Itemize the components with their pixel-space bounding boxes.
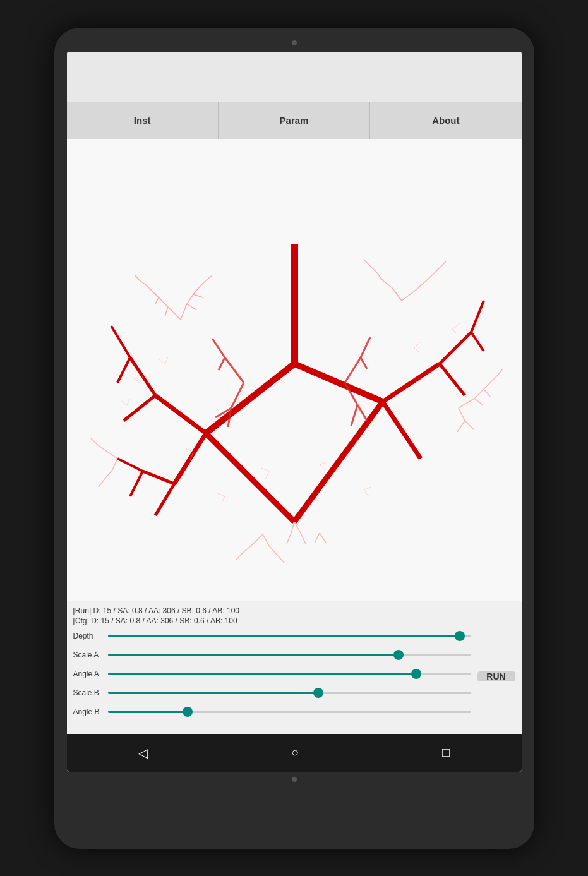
slider-fill-0 [108, 635, 460, 637]
slider-row-depth: Depth [73, 629, 471, 643]
slider-row-scale-a: Scale A [73, 648, 471, 662]
slider-thumb-1[interactable] [393, 650, 404, 660]
sliders-area: DepthScale AAngle AScale BAngle B RUN [73, 629, 515, 724]
slider-label-0: Depth [73, 632, 108, 640]
slider-track-1[interactable] [108, 654, 471, 656]
slider-fill-4 [108, 711, 188, 713]
slider-row-scale-b: Scale B [73, 686, 471, 700]
bottom-panel: [Run] D: 15 / SA: 0.8 / AA: 306 / SB: 0.… [67, 601, 522, 729]
slider-thumb-3[interactable] [313, 688, 323, 698]
slider-thumb-4[interactable] [183, 707, 193, 717]
cfg-status: [Cfg] D: 15 / SA: 0.8 / AA: 306 / SB: 0.… [73, 616, 515, 625]
slider-fill-1 [108, 654, 399, 656]
slider-label-3: Scale B [73, 688, 108, 697]
svg-rect-0 [67, 168, 522, 572]
slider-track-2[interactable] [108, 673, 471, 675]
bottom-button [292, 777, 297, 782]
android-nav-bar: ◁ ○ □ [67, 734, 522, 772]
slider-thumb-2[interactable] [411, 669, 421, 679]
slider-fill-3 [108, 692, 319, 694]
run-status: [Run] D: 15 / SA: 0.8 / AA: 306 / SB: 0.… [73, 606, 515, 615]
slider-fill-2 [108, 673, 417, 675]
slider-track-0[interactable] [108, 635, 471, 637]
nav-tabs: Inst Param About [67, 102, 522, 139]
tab-about[interactable]: About [370, 102, 521, 139]
back-icon[interactable]: ◁ [138, 745, 148, 760]
slider-track-3[interactable] [108, 692, 471, 694]
run-button[interactable]: RUN [477, 671, 515, 681]
slider-row-angle-a: Angle A [73, 667, 471, 681]
sliders-left: DepthScale AAngle AScale BAngle B [73, 629, 477, 724]
fractal-canvas [67, 139, 522, 601]
tab-param[interactable]: Param [219, 102, 370, 139]
slider-label-2: Angle A [73, 669, 108, 678]
recents-icon[interactable]: □ [442, 745, 450, 760]
fractal-svg [67, 139, 522, 601]
slider-track-4[interactable] [108, 711, 471, 713]
tab-inst[interactable]: Inst [67, 102, 219, 139]
tablet-device: Inst Param About [54, 28, 534, 849]
slider-thumb-0[interactable] [455, 631, 465, 641]
tablet-screen: Inst Param About [67, 52, 522, 772]
tablet-camera [292, 40, 297, 45]
home-icon[interactable]: ○ [291, 745, 299, 760]
top-bar [67, 52, 522, 102]
slider-label-1: Scale A [73, 651, 108, 659]
slider-label-4: Angle B [73, 707, 108, 716]
slider-row-angle-b: Angle B [73, 705, 471, 719]
